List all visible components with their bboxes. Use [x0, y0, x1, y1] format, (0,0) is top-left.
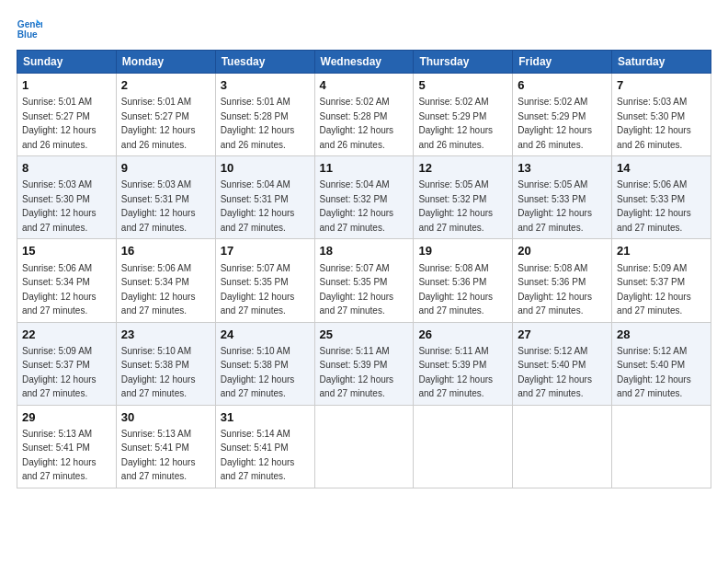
calendar-cell: 23 Sunrise: 5:10 AMSunset: 5:38 PMDaylig… — [116, 322, 215, 405]
day-info: Sunrise: 5:03 AMSunset: 5:30 PMDaylight:… — [22, 179, 97, 233]
day-info: Sunrise: 5:07 AMSunset: 5:35 PMDaylight:… — [320, 263, 394, 316]
day-number: 7 — [617, 77, 706, 94]
day-number: 21 — [617, 243, 706, 259]
day-number: 22 — [22, 327, 111, 343]
calendar-cell: 15 Sunrise: 5:06 AMSunset: 5:34 PMDaylig… — [17, 239, 117, 322]
day-info: Sunrise: 5:13 AMSunset: 5:41 PMDaylight:… — [22, 429, 97, 482]
calendar-cell: 2 Sunrise: 5:01 AMSunset: 5:27 PMDayligh… — [116, 74, 215, 156]
day-number: 4 — [320, 77, 409, 94]
calendar-cell: 18 Sunrise: 5:07 AMSunset: 5:35 PMDaylig… — [314, 239, 414, 322]
calendar-cell — [513, 405, 612, 488]
calendar-header-friday: Friday — [513, 51, 612, 74]
calendar-cell: 14 Sunrise: 5:06 AMSunset: 5:33 PMDaylig… — [612, 156, 711, 239]
day-number: 20 — [518, 243, 607, 259]
calendar-cell: 26 Sunrise: 5:11 AMSunset: 5:39 PMDaylig… — [414, 322, 513, 405]
day-info: Sunrise: 5:04 AMSunset: 5:31 PMDaylight:… — [221, 179, 295, 233]
calendar-cell: 13 Sunrise: 5:05 AMSunset: 5:33 PMDaylig… — [513, 156, 612, 239]
calendar-cell: 3 Sunrise: 5:01 AMSunset: 5:28 PMDayligh… — [215, 74, 314, 156]
calendar-cell: 21 Sunrise: 5:09 AMSunset: 5:37 PMDaylig… — [612, 239, 711, 322]
calendar-cell: 7 Sunrise: 5:03 AMSunset: 5:30 PMDayligh… — [612, 74, 711, 156]
calendar-cell: 30 Sunrise: 5:13 AMSunset: 5:41 PMDaylig… — [116, 405, 215, 488]
calendar-cell: 28 Sunrise: 5:12 AMSunset: 5:40 PMDaylig… — [612, 322, 711, 405]
day-number: 19 — [418, 243, 507, 259]
day-number: 18 — [320, 243, 409, 259]
calendar-header-tuesday: Tuesday — [215, 51, 314, 74]
calendar-cell: 24 Sunrise: 5:10 AMSunset: 5:38 PMDaylig… — [215, 322, 314, 405]
day-info: Sunrise: 5:02 AMSunset: 5:29 PMDaylight:… — [518, 97, 592, 150]
day-number: 24 — [221, 327, 310, 343]
day-number: 14 — [617, 160, 706, 177]
day-number: 13 — [518, 160, 607, 177]
calendar-header-wednesday: Wednesday — [314, 51, 414, 74]
day-info: Sunrise: 5:05 AMSunset: 5:33 PMDaylight:… — [518, 179, 592, 233]
svg-text:General: General — [17, 19, 42, 29]
day-info: Sunrise: 5:12 AMSunset: 5:40 PMDaylight:… — [617, 346, 691, 399]
day-info: Sunrise: 5:11 AMSunset: 5:39 PMDaylight:… — [320, 346, 394, 399]
day-info: Sunrise: 5:08 AMSunset: 5:36 PMDaylight:… — [518, 263, 592, 316]
svg-text:Blue: Blue — [17, 29, 38, 40]
page: General Blue SundayMondayTuesdayWednesda… — [0, 0, 728, 563]
day-info: Sunrise: 5:01 AMSunset: 5:28 PMDaylight:… — [221, 97, 295, 150]
day-number: 23 — [121, 327, 210, 343]
day-info: Sunrise: 5:08 AMSunset: 5:36 PMDaylight:… — [418, 263, 493, 316]
calendar-week-1: 1 Sunrise: 5:01 AMSunset: 5:27 PMDayligh… — [17, 74, 711, 156]
calendar-header-saturday: Saturday — [612, 51, 711, 74]
calendar-header-monday: Monday — [116, 51, 215, 74]
day-info: Sunrise: 5:01 AMSunset: 5:27 PMDaylight:… — [121, 97, 196, 150]
day-info: Sunrise: 5:12 AMSunset: 5:40 PMDaylight:… — [518, 346, 592, 399]
calendar-cell: 9 Sunrise: 5:03 AMSunset: 5:31 PMDayligh… — [116, 156, 215, 239]
logo-icon: General Blue — [17, 17, 42, 42]
calendar-cell: 10 Sunrise: 5:04 AMSunset: 5:31 PMDaylig… — [215, 156, 314, 239]
calendar-cell: 17 Sunrise: 5:07 AMSunset: 5:35 PMDaylig… — [215, 239, 314, 322]
day-number: 31 — [221, 409, 310, 426]
day-number: 6 — [518, 77, 607, 94]
calendar-header-row: SundayMondayTuesdayWednesdayThursdayFrid… — [17, 51, 711, 74]
calendar-cell: 8 Sunrise: 5:03 AMSunset: 5:30 PMDayligh… — [17, 156, 117, 239]
calendar-cell: 29 Sunrise: 5:13 AMSunset: 5:41 PMDaylig… — [17, 405, 117, 488]
day-number: 1 — [22, 77, 111, 94]
calendar-cell: 5 Sunrise: 5:02 AMSunset: 5:29 PMDayligh… — [414, 74, 513, 156]
calendar-cell: 4 Sunrise: 5:02 AMSunset: 5:28 PMDayligh… — [314, 74, 414, 156]
day-info: Sunrise: 5:02 AMSunset: 5:28 PMDaylight:… — [320, 97, 394, 150]
calendar-week-2: 8 Sunrise: 5:03 AMSunset: 5:30 PMDayligh… — [17, 156, 711, 239]
calendar-cell: 31 Sunrise: 5:14 AMSunset: 5:41 PMDaylig… — [215, 405, 314, 488]
day-number: 12 — [418, 160, 507, 177]
day-info: Sunrise: 5:06 AMSunset: 5:34 PMDaylight:… — [22, 263, 97, 316]
calendar-week-3: 15 Sunrise: 5:06 AMSunset: 5:34 PMDaylig… — [17, 239, 711, 322]
day-info: Sunrise: 5:03 AMSunset: 5:30 PMDaylight:… — [617, 97, 691, 150]
day-number: 8 — [22, 160, 111, 177]
day-info: Sunrise: 5:05 AMSunset: 5:32 PMDaylight:… — [418, 179, 493, 233]
calendar-cell: 19 Sunrise: 5:08 AMSunset: 5:36 PMDaylig… — [414, 239, 513, 322]
calendar-table: SundayMondayTuesdayWednesdayThursdayFrid… — [17, 50, 711, 488]
calendar-cell — [314, 405, 414, 488]
calendar-cell: 25 Sunrise: 5:11 AMSunset: 5:39 PMDaylig… — [314, 322, 414, 405]
day-number: 29 — [22, 409, 111, 426]
calendar-header-thursday: Thursday — [414, 51, 513, 74]
day-number: 9 — [121, 160, 210, 177]
calendar-cell: 16 Sunrise: 5:06 AMSunset: 5:34 PMDaylig… — [116, 239, 215, 322]
day-info: Sunrise: 5:07 AMSunset: 5:35 PMDaylight:… — [221, 263, 295, 316]
calendar-cell: 6 Sunrise: 5:02 AMSunset: 5:29 PMDayligh… — [513, 74, 612, 156]
calendar-cell: 20 Sunrise: 5:08 AMSunset: 5:36 PMDaylig… — [513, 239, 612, 322]
calendar-week-4: 22 Sunrise: 5:09 AMSunset: 5:37 PMDaylig… — [17, 322, 711, 405]
day-number: 28 — [617, 327, 706, 343]
day-info: Sunrise: 5:14 AMSunset: 5:41 PMDaylight:… — [221, 429, 295, 482]
logo: General Blue — [17, 17, 46, 42]
day-number: 25 — [320, 327, 409, 343]
calendar-cell — [612, 405, 711, 488]
day-number: 27 — [518, 327, 607, 343]
day-number: 30 — [121, 409, 210, 426]
day-number: 17 — [221, 243, 310, 259]
day-info: Sunrise: 5:01 AMSunset: 5:27 PMDaylight:… — [22, 97, 97, 150]
day-info: Sunrise: 5:09 AMSunset: 5:37 PMDaylight:… — [22, 346, 97, 399]
day-info: Sunrise: 5:10 AMSunset: 5:38 PMDaylight:… — [121, 346, 196, 399]
day-info: Sunrise: 5:06 AMSunset: 5:33 PMDaylight:… — [617, 179, 691, 233]
day-info: Sunrise: 5:13 AMSunset: 5:41 PMDaylight:… — [121, 429, 196, 482]
day-number: 3 — [221, 77, 310, 94]
day-number: 15 — [22, 243, 111, 259]
calendar-header-sunday: Sunday — [17, 51, 117, 74]
day-info: Sunrise: 5:09 AMSunset: 5:37 PMDaylight:… — [617, 263, 691, 316]
day-info: Sunrise: 5:11 AMSunset: 5:39 PMDaylight:… — [418, 346, 493, 399]
day-info: Sunrise: 5:03 AMSunset: 5:31 PMDaylight:… — [121, 179, 196, 233]
calendar-week-5: 29 Sunrise: 5:13 AMSunset: 5:41 PMDaylig… — [17, 405, 711, 488]
